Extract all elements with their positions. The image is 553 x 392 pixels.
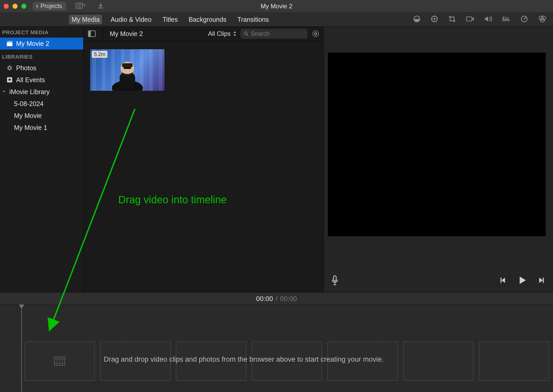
previous-button[interactable] — [499, 276, 506, 285]
svg-rect-15 — [89, 31, 91, 36]
tab-audio-video[interactable]: Audio & Video — [108, 15, 154, 24]
time-indicator-bar: 00:00 / 00:00 — [0, 292, 553, 305]
svg-point-12 — [8, 67, 11, 69]
clip-filter-icon[interactable] — [538, 15, 547, 24]
search-icon — [244, 31, 248, 37]
noise-reduction-icon[interactable] — [502, 16, 510, 23]
sidebar-item-all-events[interactable]: All Events — [0, 74, 83, 86]
main-area: PROJECT MEDIA My Movie 2 LIBRARIES Photo… — [0, 27, 553, 292]
close-window-button[interactable] — [4, 4, 9, 9]
svg-rect-23 — [124, 67, 131, 69]
chevron-down-icon — [2, 89, 6, 95]
search-field[interactable] — [240, 29, 307, 39]
svg-point-16 — [244, 32, 247, 35]
sidebar-event-label: My Movie — [14, 112, 42, 120]
sidebar-event-label: 5-08-2024 — [14, 100, 44, 108]
sidebar-toggle-button[interactable] — [87, 29, 97, 39]
tab-titles[interactable]: Titles — [160, 15, 180, 24]
clip-duration-badge: 5.2m — [92, 51, 107, 58]
sidebar-item-project-active[interactable]: My Movie 2 — [0, 38, 83, 50]
media-browser-header: My Movie 2 All Clips — [84, 27, 323, 41]
libraries-section-label: LIBRARIES — [0, 51, 83, 62]
svg-rect-22 — [122, 63, 133, 67]
total-time: 00:00 — [280, 295, 297, 303]
speed-icon[interactable] — [520, 15, 528, 24]
media-browser-title: My Movie 2 — [110, 30, 143, 38]
download-icon[interactable] — [97, 2, 104, 10]
svg-point-4 — [433, 18, 436, 20]
viewer-panel — [324, 27, 553, 292]
browser-settings-button[interactable] — [311, 30, 320, 38]
star-box-icon — [6, 77, 13, 83]
titlebar: Projects My Movie 2 — [0, 0, 553, 12]
sidebar-event-item[interactable]: My Movie — [0, 110, 83, 122]
play-button[interactable] — [517, 275, 527, 286]
svg-point-17 — [313, 31, 319, 37]
projects-back-button[interactable]: Projects — [33, 2, 66, 11]
viewer-controls — [324, 275, 553, 286]
sidebar-event-item[interactable]: 5-08-2024 — [0, 98, 83, 110]
microphone-icon — [331, 275, 339, 285]
svg-rect-5 — [466, 17, 472, 21]
sidebar-item-library[interactable]: iMovie Library — [0, 86, 83, 98]
stabilization-icon[interactable] — [466, 16, 474, 23]
timeline-drop-slot[interactable] — [24, 341, 95, 381]
skip-back-icon — [499, 276, 506, 284]
color-correction-icon[interactable] — [431, 15, 438, 24]
sidebar-library-label: iMovie Library — [9, 88, 50, 96]
sidebar-active-project-label: My Movie 2 — [16, 40, 49, 47]
divider — [102, 29, 102, 39]
sidebar-item-photos[interactable]: Photos — [0, 62, 83, 74]
svg-rect-24 — [334, 276, 336, 281]
clip-filter-dropdown[interactable]: All Clips — [208, 30, 237, 37]
sidebar-photos-label: Photos — [16, 64, 36, 72]
sidebar: PROJECT MEDIA My Movie 2 LIBRARIES Photo… — [0, 27, 84, 292]
timeline-drop-slot[interactable] — [403, 341, 474, 381]
toolbar-icons — [75, 2, 104, 10]
timeline-hint-text: Drag and drop video clips and photos fro… — [104, 355, 384, 363]
next-button[interactable] — [538, 276, 546, 285]
gear-icon — [312, 30, 320, 38]
timeline[interactable]: Drag and drop video clips and photos fro… — [0, 305, 553, 392]
person-silhouette-icon — [109, 57, 146, 91]
fullscreen-window-button[interactable] — [21, 4, 26, 9]
project-media-section-label: PROJECT MEDIA — [0, 27, 83, 38]
tab-backgrounds[interactable]: Backgrounds — [186, 15, 229, 24]
sidebar-event-label: My Movie 1 — [14, 124, 47, 131]
sidebar-event-item[interactable]: My Movie 1 — [0, 122, 83, 134]
projects-back-label: Projects — [40, 3, 62, 10]
current-time: 00:00 — [256, 295, 273, 303]
tab-transitions[interactable]: Transitions — [235, 15, 271, 24]
svg-rect-11 — [7, 43, 12, 46]
window-controls — [4, 4, 26, 9]
viewer-toolbar — [413, 15, 553, 24]
photos-app-icon — [6, 65, 13, 71]
sidebar-all-events-label: All Events — [16, 76, 45, 84]
import-media-icon[interactable] — [75, 3, 86, 10]
svg-point-18 — [315, 33, 317, 35]
search-input[interactable] — [251, 30, 304, 37]
voiceover-button[interactable] — [331, 275, 339, 286]
clip-grid: 5.2m — [84, 41, 323, 99]
clip-thumbnail[interactable]: 5.2m — [90, 49, 164, 91]
window-title: My Movie 2 — [261, 3, 293, 10]
skip-forward-icon — [538, 276, 546, 284]
playhead[interactable] — [21, 305, 22, 392]
volume-icon[interactable] — [484, 15, 492, 24]
svg-point-7 — [524, 18, 525, 20]
minimize-window-button[interactable] — [12, 4, 18, 9]
sort-arrows-icon — [233, 31, 237, 37]
viewer-canvas — [328, 53, 546, 236]
svg-point-1 — [83, 4, 84, 5]
play-icon — [517, 275, 527, 285]
color-balance-icon[interactable] — [413, 15, 421, 24]
clip-filter-label: All Clips — [208, 30, 231, 37]
time-separator: / — [275, 295, 277, 303]
media-browser: My Movie 2 All Clips — [84, 27, 324, 292]
filmstrip-icon — [53, 356, 66, 366]
clapperboard-icon — [6, 41, 13, 46]
tabs-bar: My Media Audio & Video Titles Background… — [0, 12, 553, 27]
crop-icon[interactable] — [448, 15, 456, 24]
tab-my-media[interactable]: My Media — [69, 15, 102, 24]
timeline-drop-slot[interactable] — [479, 341, 549, 381]
